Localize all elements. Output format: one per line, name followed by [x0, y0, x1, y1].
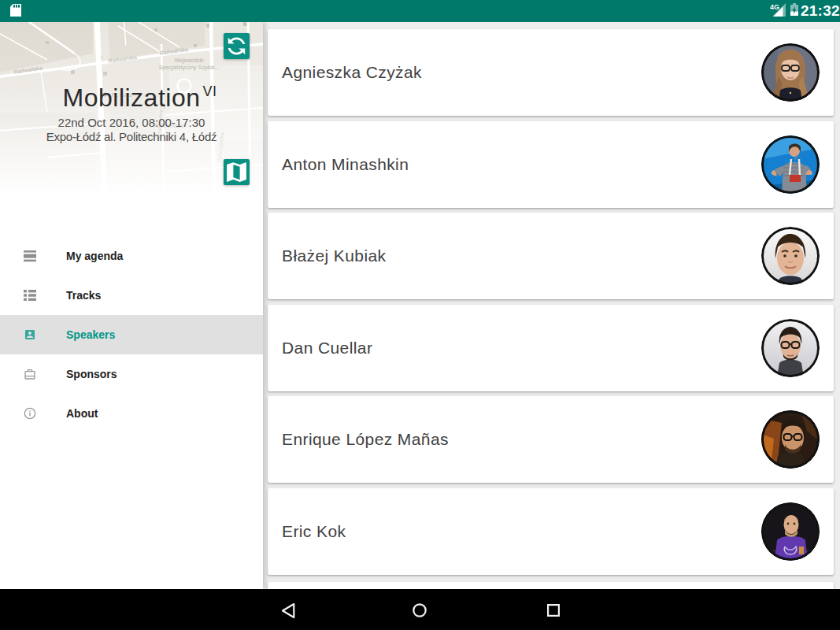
svg-text:4G: 4G: [770, 3, 779, 11]
